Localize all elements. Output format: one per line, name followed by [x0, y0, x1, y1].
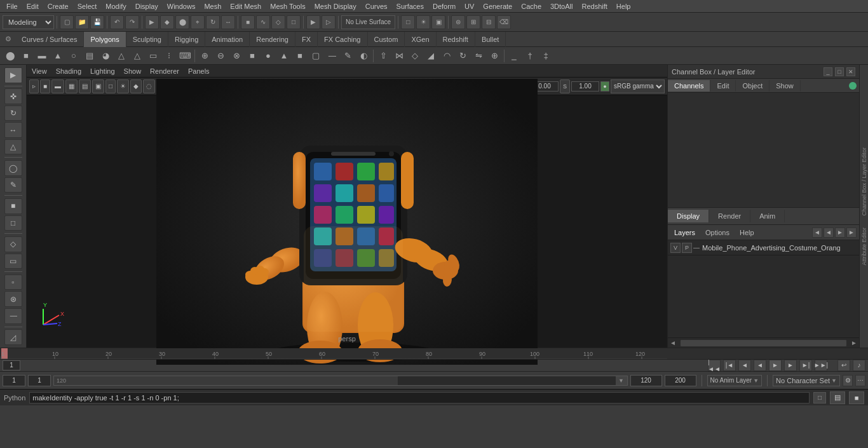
scale-btn[interactable]: ↔: [221, 15, 235, 29]
move-btn[interactable]: ⌖: [191, 15, 205, 29]
vp-film-btn[interactable]: ▬: [51, 79, 64, 93]
lasso-btn[interactable]: ◆: [160, 15, 174, 29]
tab-sculpting[interactable]: Sculpting: [126, 32, 168, 47]
next-key-btn[interactable]: ►|: [799, 360, 812, 371]
cylinder-btn[interactable]: ▬: [34, 48, 50, 64]
paint-btn[interactable]: ⬤: [175, 15, 189, 29]
char-set-extra-btn[interactable]: ⋯: [855, 375, 865, 386]
menu-mesh-display[interactable]: Mesh Display: [311, 1, 360, 11]
snap-grid-btn[interactable]: ■: [241, 15, 255, 29]
vp-menu-panels[interactable]: Panels: [186, 67, 212, 75]
scroll-left-btn[interactable]: ◄: [668, 338, 678, 348]
vp-textured-btn[interactable]: □: [105, 79, 116, 93]
frame-current-input[interactable]: [28, 375, 51, 386]
menu-redshift[interactable]: Redshift: [578, 1, 611, 11]
show-hide-tool[interactable]: ◇: [4, 236, 22, 252]
insert-edge-btn[interactable]: †: [522, 48, 538, 64]
vp-grid-btn[interactable]: ▦: [65, 79, 78, 93]
tab-fx[interactable]: FX: [295, 32, 318, 47]
cluster-tool[interactable]: ⊛: [4, 291, 22, 307]
tab-options[interactable]: Options: [702, 227, 733, 238]
menu-display[interactable]: Display: [132, 1, 162, 11]
play-back-btn[interactable]: ◄: [754, 360, 766, 371]
plane-btn[interactable]: ▤: [82, 48, 97, 64]
panel-close-btn[interactable]: ✕: [846, 67, 855, 76]
char-set-arrow[interactable]: ▼: [831, 377, 837, 384]
tab-rigging[interactable]: Rigging: [168, 32, 205, 47]
render-cam-btn[interactable]: ☀: [416, 15, 430, 29]
quadrangulate-btn[interactable]: ■: [292, 48, 308, 64]
viewport-canvas[interactable]: persp X Y Z: [27, 95, 667, 348]
menu-uv[interactable]: UV: [461, 1, 478, 11]
spin-edge-btn[interactable]: ↻: [455, 48, 470, 64]
anim-layer-arrow[interactable]: ▼: [753, 377, 759, 384]
tab-animation[interactable]: Animation: [205, 32, 250, 47]
menu-file[interactable]: File: [3, 1, 22, 11]
range-slider[interactable]: 120 ▼: [53, 376, 628, 386]
snap-curve-btn[interactable]: ∿: [256, 15, 270, 29]
attr-editor-side-label[interactable]: Attribute Editor: [861, 225, 867, 268]
vp-shadow-btn[interactable]: ◆: [130, 79, 142, 93]
layer-prev-btn[interactable]: ◄: [812, 227, 822, 238]
loop-btn[interactable]: ↩: [837, 360, 850, 371]
layout4-btn[interactable]: ⌫: [497, 15, 511, 29]
select-btn[interactable]: ▶: [145, 15, 159, 29]
python-copy-btn[interactable]: □: [813, 392, 826, 404]
menu-generate[interactable]: Generate: [479, 1, 516, 11]
workspace-gear-btn[interactable]: ⚙: [1, 32, 15, 46]
wedge-btn[interactable]: ◢: [423, 48, 438, 64]
soft-mod-tool[interactable]: ◯: [4, 160, 22, 176]
pyramid-btn[interactable]: △: [130, 48, 145, 64]
play-btn[interactable]: ►: [769, 360, 782, 371]
triangulate-btn[interactable]: ▲: [276, 48, 292, 64]
disk-btn[interactable]: ◕: [98, 48, 113, 64]
jump-start-btn[interactable]: |◄◄: [708, 360, 721, 371]
menu-deform[interactable]: Deform: [429, 1, 459, 11]
vp-menu-renderer[interactable]: Renderer: [147, 67, 182, 75]
menu-create[interactable]: Create: [44, 1, 72, 11]
flip-btn[interactable]: ⇋: [471, 48, 486, 64]
poke-btn[interactable]: ◇: [407, 48, 423, 64]
frame-start-input[interactable]: [3, 375, 25, 386]
vp-frame-btn[interactable]: ■: [40, 79, 50, 93]
tab-rendering[interactable]: Rendering: [250, 32, 295, 47]
merge-btn[interactable]: ⊕: [487, 48, 502, 64]
range-end-input2[interactable]: [665, 375, 696, 386]
circularize-btn[interactable]: ◠: [439, 48, 454, 64]
extrude-btn[interactable]: ⇧: [376, 48, 391, 64]
save-file-btn[interactable]: 💾: [90, 15, 104, 29]
undo-btn[interactable]: ↶: [110, 15, 124, 29]
move-tool[interactable]: ✜: [4, 88, 22, 104]
tab-xgen[interactable]: XGen: [405, 32, 436, 47]
measure-tool[interactable]: □: [4, 215, 22, 231]
new-file-btn[interactable]: ▢: [60, 15, 74, 29]
sphere-btn[interactable]: ⬤: [3, 48, 18, 64]
tab-bullet[interactable]: Bullet: [475, 32, 506, 47]
vp-xray-btn[interactable]: ◌: [143, 79, 155, 93]
current-frame-input[interactable]: [3, 360, 20, 370]
disp-tab-display[interactable]: Display: [668, 210, 709, 222]
tab-layers[interactable]: Layers: [670, 227, 699, 238]
vp-shaded-btn[interactable]: ▣: [92, 79, 104, 93]
vp-menu-lighting[interactable]: Lighting: [88, 67, 118, 75]
vp-menu-show[interactable]: Show: [121, 67, 144, 75]
panel-minimize-btn[interactable]: _: [824, 67, 832, 76]
disp-tab-anim[interactable]: Anim: [750, 210, 785, 222]
menu-cache[interactable]: Cache: [517, 1, 545, 11]
layer-scrollbar[interactable]: [681, 340, 846, 346]
screenshot-btn[interactable]: ▣: [431, 15, 445, 29]
snap-tool[interactable]: ■: [4, 198, 22, 214]
combine-btn[interactable]: ⊕: [197, 48, 212, 64]
gamma-selector[interactable]: sRGB gamma Linear: [611, 79, 665, 93]
layer-prev2-btn[interactable]: ◄: [824, 227, 834, 238]
next-frame-btn[interactable]: ►: [784, 360, 797, 371]
layout3-btn[interactable]: ⊟: [482, 15, 496, 29]
connect-btn[interactable]: ⎯: [506, 48, 522, 64]
disp-tab-render[interactable]: Render: [709, 210, 750, 222]
lattice-tool[interactable]: ▫: [4, 275, 22, 290]
menu-mesh-tools[interactable]: Mesh Tools: [266, 1, 309, 11]
pipe-btn[interactable]: ▭: [146, 48, 161, 64]
tab-polygons[interactable]: Polygons: [84, 32, 126, 47]
range-end-input1[interactable]: [630, 375, 662, 386]
reduce-btn[interactable]: ⸻: [324, 48, 339, 64]
